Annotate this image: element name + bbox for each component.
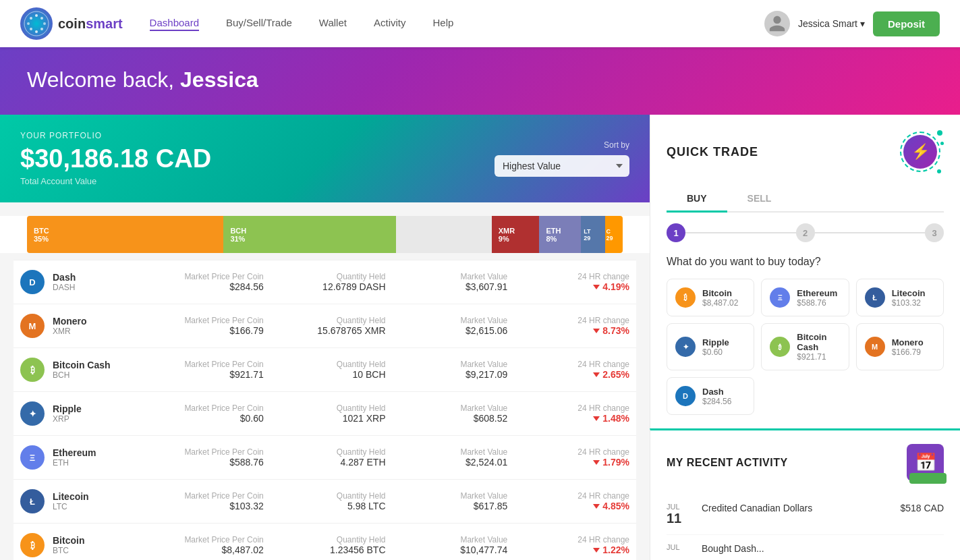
deposit-button[interactable]: Deposit: [873, 11, 940, 36]
bch-card-name: Bitcoin Cash: [797, 332, 840, 352]
coin-symbol: XMR: [53, 327, 87, 336]
svg-point-8: [30, 17, 32, 20]
dot-3: [940, 142, 944, 145]
svg-point-5: [35, 30, 38, 33]
table-row: ₿ Bitcoin Cash BCH Market Price Per Coin…: [13, 348, 636, 392]
bch-icon: ₿: [20, 358, 45, 382]
coin-symbol: BTC: [53, 546, 84, 555]
table-row: Ξ Ethereum ETH Market Price Per Coin $58…: [13, 436, 636, 480]
litecoin-card-price: $103.32: [892, 298, 926, 308]
monero-card-icon: M: [865, 337, 885, 357]
litecoin-card-icon: Ł: [865, 287, 885, 308]
down-arrow-icon: [593, 372, 600, 377]
down-arrow-icon: [593, 329, 600, 333]
sort-select[interactable]: Highest Value Lowest Value Name A-Z Name…: [495, 155, 629, 177]
step-1: 1: [667, 223, 685, 242]
market-value-col: Market Value $3,607.91: [386, 272, 508, 292]
crypto-card-litecoin[interactable]: Ł Litecoin $103.32: [856, 279, 944, 316]
btc-icon: ₿: [20, 533, 45, 557]
down-arrow-icon: [593, 504, 600, 509]
navbar: coinsmart Dashboard Buy/Sell/Trade Walle…: [0, 0, 960, 47]
step-line-1: [685, 232, 796, 233]
crypto-table: D Dash DASH Market Price Per Coin $284.5…: [13, 260, 636, 560]
crypto-grid: ₿ Bitcoin $8,487.02 Ξ Ethereum $588.76 Ł: [667, 279, 944, 415]
quantity-col: Quantity Held 15.678765 XMR: [264, 316, 386, 336]
crypto-card-bitcoin[interactable]: ₿ Bitcoin $8,487.02: [667, 279, 754, 316]
activity-day: 11: [667, 511, 694, 526]
quantity-col: Quantity Held 1021 XRP: [264, 403, 386, 424]
dash-icon: D: [20, 270, 45, 294]
user-name[interactable]: Jessica Smart ▾: [798, 18, 865, 29]
trade-tabs: BUY SELL: [667, 186, 944, 213]
bar-ltc: LT 29: [581, 216, 604, 253]
coin-name: Bitcoin Cash: [53, 360, 111, 370]
crypto-card-dash[interactable]: D Dash $284.56: [667, 377, 754, 415]
quantity-col: Quantity Held 5.98 LTC: [264, 491, 386, 511]
tab-buy[interactable]: BUY: [667, 186, 727, 213]
table-row: D Dash DASH Market Price Per Coin $284.5…: [13, 260, 636, 304]
welcome-message: Welcome back, Jessica: [27, 67, 933, 92]
change-col: 24 HR change 4.85%: [507, 491, 629, 511]
crypto-card-bch[interactable]: ₿ Bitcoin Cash $921.71: [761, 323, 849, 370]
down-arrow-icon: [593, 285, 600, 289]
nav-links: Dashboard Buy/Sell/Trade Wallet Activity…: [150, 17, 764, 31]
market-value-col: Market Value $608.52: [386, 403, 508, 424]
change-col: 24 HR change 8.73%: [507, 316, 629, 336]
coin-info-ltc: Ł Litecoin LTC: [20, 489, 142, 513]
ethereum-card-name: Ethereum: [797, 288, 837, 298]
nav-activity[interactable]: Activity: [374, 17, 406, 31]
crypto-card-ripple[interactable]: ✦ Ripple $0.60: [667, 323, 754, 370]
nav-wallet[interactable]: Wallet: [319, 17, 347, 31]
bar-other: C 29: [605, 216, 623, 253]
dash-card-name: Dash: [702, 387, 731, 397]
ripple-card-icon: ✦: [675, 337, 696, 357]
logo-icon: [20, 7, 53, 40]
sort-area: Sort by Highest Value Lowest Value Name …: [495, 140, 629, 177]
hero-banner: Welcome back, Jessica: [0, 47, 960, 115]
nav-buysell[interactable]: Buy/Sell/Trade: [226, 17, 292, 31]
quantity-col: Quantity Held 1.23456 BTC: [264, 535, 386, 555]
svg-point-3: [43, 22, 46, 25]
coin-name: Monero: [53, 316, 87, 327]
monero-card-name: Monero: [892, 337, 924, 347]
dot-2: [937, 169, 941, 173]
recent-activity-panel: MY RECENT ACTIVITY 📅 Jul 11 Credited Can…: [650, 428, 960, 560]
left-panel: YOUR PORTFOLIO $30,186.18 CAD Total Acco…: [0, 115, 650, 560]
lightning-icon: ⚡: [903, 135, 937, 169]
coin-info-ripple: ✦ Ripple XRP: [20, 401, 142, 426]
down-arrow-icon: [593, 548, 600, 553]
activity-item: Jul 11 Credited Canadian Dollars $518 CA…: [667, 495, 944, 535]
activity-date: Jul: [667, 543, 694, 551]
coin-name: Ethereum: [53, 447, 96, 458]
crypto-card-ethereum[interactable]: Ξ Ethereum $588.76: [761, 279, 849, 316]
step-line-2: [815, 232, 926, 233]
market-price-col: Market Price Per Coin $0.60: [142, 403, 264, 424]
change-col: 24 HR change 1.22%: [507, 535, 629, 555]
bitcoin-card-name: Bitcoin: [702, 288, 738, 298]
crypto-card-monero[interactable]: M Monero $166.79: [856, 323, 944, 370]
coin-info-monero: M Monero XMR: [20, 314, 142, 338]
step-indicator: 1 2 3: [667, 223, 944, 242]
nav-right: Jessica Smart ▾ Deposit: [764, 11, 940, 36]
step-3: 3: [925, 223, 944, 242]
avatar: [764, 11, 790, 36]
market-price-col: Market Price Per Coin $588.76: [142, 447, 264, 468]
bar-btc: BTC 35%: [27, 216, 223, 253]
quantity-col: Quantity Held 12.6789 DASH: [264, 272, 386, 292]
chevron-down-icon: ▾: [860, 18, 865, 29]
tab-sell[interactable]: SELL: [727, 186, 792, 213]
nav-help[interactable]: Help: [432, 17, 453, 31]
nav-dashboard[interactable]: Dashboard: [150, 17, 199, 31]
change-col: 24 HR change 1.79%: [507, 447, 629, 468]
bar-eth: ETH 8%: [539, 216, 581, 253]
activity-header: MY RECENT ACTIVITY 📅: [667, 444, 944, 481]
svg-point-1: [35, 14, 38, 17]
table-row: ₿ Bitcoin BTC Market Price Per Coin $8,4…: [13, 524, 636, 560]
market-price-col: Market Price Per Coin $166.79: [142, 316, 264, 336]
coin-symbol: BCH: [53, 370, 111, 380]
bar-xmr: XMR 9%: [492, 216, 540, 253]
logo[interactable]: coinsmart: [20, 7, 123, 40]
bitcoin-card-icon: ₿: [675, 287, 696, 308]
bitcoin-card-price: $8,487.02: [702, 298, 738, 308]
coin-symbol: XRP: [53, 414, 82, 424]
